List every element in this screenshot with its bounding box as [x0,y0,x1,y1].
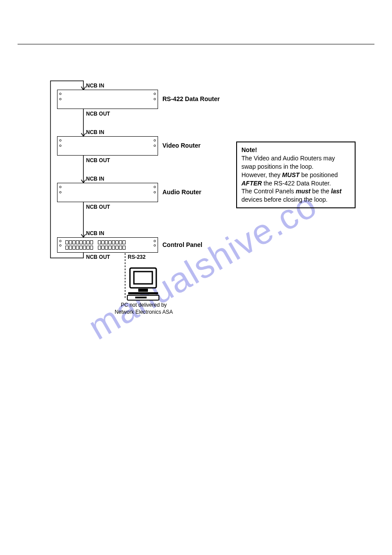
control-panel-label: Control Panel [162,241,202,248]
svg-rect-2 [138,289,148,292]
ncb-out-label-1: NCB OUT [86,111,110,117]
video-router-box [57,136,158,156]
note-line4c: be the [310,188,331,195]
pc-caption-line2: Network Electronics ASA [115,309,173,315]
diagram-container: NCB IN NCB OUT RS-422 Data Router NCB IN… [48,75,356,338]
audio-router-box [57,183,158,202]
top-rule [18,44,374,44]
pc-caption: PC not delivered by Network Electronics … [114,302,173,316]
note-after: AFTER [241,180,262,187]
ncb-in-label-3: NCB IN [86,176,104,182]
ncb-out-label-3: NCB OUT [86,204,110,210]
note-box: Note! The Video and Audio Routers may sw… [236,141,356,208]
rs422-router-box [57,90,158,109]
note-line2a: However, they [241,171,282,178]
note-last: last [331,188,342,195]
note-line2c: be positioned [299,171,338,178]
rs232-label: RS-232 [128,254,146,260]
audio-label: Audio Router [162,189,201,196]
note-line4a: The Control Panels [241,188,296,195]
note-must2: must [296,188,310,195]
ncb-out-label-2: NCB OUT [86,157,110,163]
note-line2: However, they MUST be positioned AFTER t… [241,171,350,188]
svg-rect-5 [135,297,147,298]
note-line3b: the RS-422 Data Router. [262,180,331,187]
note-line1: The Video and Audio Routers may swap pos… [241,154,350,171]
note-line4: The Control Panels must be the last devi… [241,187,350,204]
svg-rect-3 [128,292,158,294]
svg-rect-1 [134,272,152,284]
ncb-out-label-4: NCB OUT [86,254,110,260]
control-panel-box [57,237,158,253]
ncb-in-label-1: NCB IN [86,83,104,89]
note-must: MUST [282,171,300,178]
note-title: Note! [241,146,350,154]
ncb-in-label-4: NCB IN [86,230,104,236]
pc-caption-line1: PC not delivered by [121,302,167,308]
note-line4e: devices before closing the loop. [241,196,327,203]
ncb-in-label-2: NCB IN [86,129,104,135]
rs422-label: RS-422 Data Router [162,95,220,102]
video-label: Video Router [162,142,201,149]
